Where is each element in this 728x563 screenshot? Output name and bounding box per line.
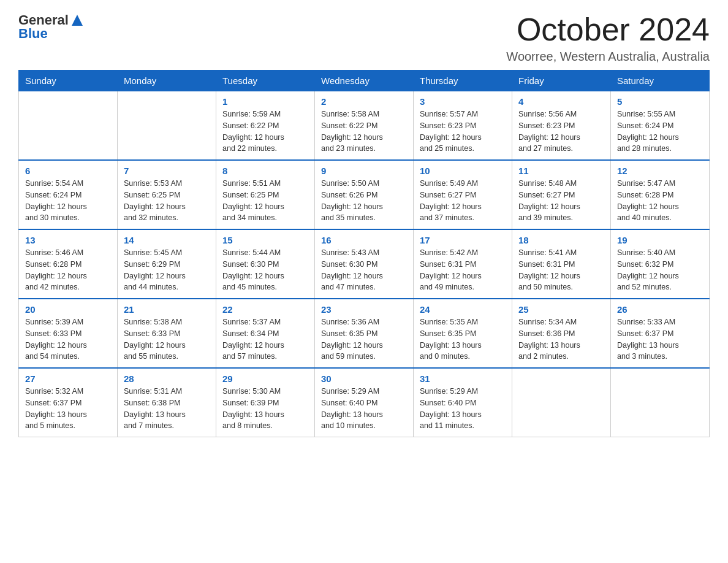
calendar-day-header: Tuesday	[216, 71, 315, 91]
day-number: 24	[420, 304, 506, 315]
day-number: 9	[321, 166, 407, 176]
day-info: Sunrise: 5:56 AMSunset: 6:23 PMDaylight:…	[518, 109, 604, 155]
day-number: 31	[420, 373, 506, 384]
day-info: Sunrise: 5:34 AMSunset: 6:36 PMDaylight:…	[518, 316, 604, 362]
calendar-week-row: 20Sunrise: 5:39 AMSunset: 6:33 PMDayligh…	[19, 299, 710, 368]
day-number: 16	[321, 235, 407, 245]
calendar-cell: 15Sunrise: 5:44 AMSunset: 6:30 PMDayligh…	[216, 229, 315, 299]
calendar-day-header: Thursday	[414, 71, 512, 91]
calendar-cell: 31Sunrise: 5:29 AMSunset: 6:40 PMDayligh…	[414, 368, 512, 437]
day-number: 4	[518, 96, 604, 107]
calendar-cell: 16Sunrise: 5:43 AMSunset: 6:30 PMDayligh…	[315, 229, 414, 299]
day-number: 3	[420, 96, 506, 107]
calendar-header-row: SundayMondayTuesdayWednesdayThursdayFrid…	[19, 71, 710, 91]
day-number: 6	[25, 166, 111, 176]
day-number: 28	[124, 373, 210, 384]
day-info: Sunrise: 5:42 AMSunset: 6:31 PMDaylight:…	[420, 247, 506, 293]
svg-marker-0	[72, 15, 83, 26]
day-number: 10	[420, 166, 506, 176]
day-info: Sunrise: 5:36 AMSunset: 6:35 PMDaylight:…	[321, 316, 407, 362]
calendar-cell: 2Sunrise: 5:58 AMSunset: 6:22 PMDaylight…	[315, 91, 414, 161]
calendar-cell: 3Sunrise: 5:57 AMSunset: 6:23 PMDaylight…	[414, 91, 512, 161]
day-number: 14	[124, 235, 210, 245]
calendar-day-header: Sunday	[19, 71, 118, 91]
calendar-cell: 24Sunrise: 5:35 AMSunset: 6:35 PMDayligh…	[414, 299, 512, 368]
calendar-week-row: 13Sunrise: 5:46 AMSunset: 6:28 PMDayligh…	[19, 229, 710, 299]
day-info: Sunrise: 5:54 AMSunset: 6:24 PMDaylight:…	[25, 178, 111, 224]
day-number: 21	[124, 304, 210, 315]
day-number: 19	[617, 235, 703, 245]
calendar-cell: 18Sunrise: 5:41 AMSunset: 6:31 PMDayligh…	[512, 229, 611, 299]
page-title: October 2024	[506, 12, 710, 47]
logo-blue-text: Blue	[18, 26, 48, 42]
day-number: 25	[518, 304, 604, 315]
day-number: 7	[124, 166, 210, 176]
day-number: 8	[222, 166, 308, 176]
calendar-cell: 28Sunrise: 5:31 AMSunset: 6:38 PMDayligh…	[118, 368, 216, 437]
day-info: Sunrise: 5:30 AMSunset: 6:39 PMDaylight:…	[222, 386, 308, 432]
day-info: Sunrise: 5:39 AMSunset: 6:33 PMDaylight:…	[25, 316, 111, 362]
calendar-cell: 12Sunrise: 5:47 AMSunset: 6:28 PMDayligh…	[611, 160, 710, 229]
day-info: Sunrise: 5:55 AMSunset: 6:24 PMDaylight:…	[617, 109, 703, 155]
calendar-cell: 10Sunrise: 5:49 AMSunset: 6:27 PMDayligh…	[414, 160, 512, 229]
day-number: 17	[420, 235, 506, 245]
day-number: 18	[518, 235, 604, 245]
logo-triangle-icon	[70, 13, 84, 27]
calendar-cell: 1Sunrise: 5:59 AMSunset: 6:22 PMDaylight…	[216, 91, 315, 161]
calendar-cell: 4Sunrise: 5:56 AMSunset: 6:23 PMDaylight…	[512, 91, 611, 161]
day-info: Sunrise: 5:35 AMSunset: 6:35 PMDaylight:…	[420, 316, 506, 362]
day-info: Sunrise: 5:31 AMSunset: 6:38 PMDaylight:…	[124, 386, 210, 432]
day-info: Sunrise: 5:40 AMSunset: 6:32 PMDaylight:…	[617, 247, 703, 293]
day-info: Sunrise: 5:43 AMSunset: 6:30 PMDaylight:…	[321, 247, 407, 293]
day-number: 1	[222, 96, 308, 107]
calendar-cell: 6Sunrise: 5:54 AMSunset: 6:24 PMDaylight…	[19, 160, 118, 229]
calendar-cell: 7Sunrise: 5:53 AMSunset: 6:25 PMDaylight…	[118, 160, 216, 229]
calendar-cell: 21Sunrise: 5:38 AMSunset: 6:33 PMDayligh…	[118, 299, 216, 368]
calendar-cell: 27Sunrise: 5:32 AMSunset: 6:37 PMDayligh…	[19, 368, 118, 437]
calendar-cell: 26Sunrise: 5:33 AMSunset: 6:37 PMDayligh…	[611, 299, 710, 368]
day-info: Sunrise: 5:59 AMSunset: 6:22 PMDaylight:…	[222, 109, 308, 155]
day-number: 20	[25, 304, 111, 315]
day-number: 30	[321, 373, 407, 384]
day-number: 26	[617, 304, 703, 315]
calendar-cell	[512, 368, 611, 437]
calendar-cell: 9Sunrise: 5:50 AMSunset: 6:26 PMDaylight…	[315, 160, 414, 229]
day-info: Sunrise: 5:33 AMSunset: 6:37 PMDaylight:…	[617, 316, 703, 362]
day-info: Sunrise: 5:57 AMSunset: 6:23 PMDaylight:…	[420, 109, 506, 155]
calendar-day-header: Saturday	[611, 71, 710, 91]
calendar-week-row: 1Sunrise: 5:59 AMSunset: 6:22 PMDaylight…	[19, 91, 710, 161]
day-info: Sunrise: 5:58 AMSunset: 6:22 PMDaylight:…	[321, 109, 407, 155]
day-number: 5	[617, 96, 703, 107]
calendar-cell	[611, 368, 710, 437]
day-number: 12	[617, 166, 703, 176]
day-info: Sunrise: 5:38 AMSunset: 6:33 PMDaylight:…	[124, 316, 210, 362]
day-info: Sunrise: 5:46 AMSunset: 6:28 PMDaylight:…	[25, 247, 111, 293]
calendar-table: SundayMondayTuesdayWednesdayThursdayFrid…	[18, 70, 710, 437]
logo: General Blue	[18, 12, 84, 42]
calendar-week-row: 27Sunrise: 5:32 AMSunset: 6:37 PMDayligh…	[19, 368, 710, 437]
day-info: Sunrise: 5:45 AMSunset: 6:29 PMDaylight:…	[124, 247, 210, 293]
day-number: 2	[321, 96, 407, 107]
calendar-cell: 30Sunrise: 5:29 AMSunset: 6:40 PMDayligh…	[315, 368, 414, 437]
day-info: Sunrise: 5:50 AMSunset: 6:26 PMDaylight:…	[321, 178, 407, 224]
day-info: Sunrise: 5:32 AMSunset: 6:37 PMDaylight:…	[25, 386, 111, 432]
calendar-week-row: 6Sunrise: 5:54 AMSunset: 6:24 PMDaylight…	[19, 160, 710, 229]
calendar-day-header: Friday	[512, 71, 611, 91]
day-number: 11	[518, 166, 604, 176]
day-number: 13	[25, 235, 111, 245]
day-info: Sunrise: 5:47 AMSunset: 6:28 PMDaylight:…	[617, 178, 703, 224]
day-info: Sunrise: 5:44 AMSunset: 6:30 PMDaylight:…	[222, 247, 308, 293]
calendar-cell: 20Sunrise: 5:39 AMSunset: 6:33 PMDayligh…	[19, 299, 118, 368]
day-info: Sunrise: 5:49 AMSunset: 6:27 PMDaylight:…	[420, 178, 506, 224]
calendar-day-header: Wednesday	[315, 71, 414, 91]
day-number: 22	[222, 304, 308, 315]
day-number: 27	[25, 373, 111, 384]
calendar-cell: 22Sunrise: 5:37 AMSunset: 6:34 PMDayligh…	[216, 299, 315, 368]
location-subtitle: Woorree, Western Australia, Australia	[506, 50, 710, 64]
calendar-cell: 11Sunrise: 5:48 AMSunset: 6:27 PMDayligh…	[512, 160, 611, 229]
calendar-cell	[118, 91, 216, 161]
day-info: Sunrise: 5:48 AMSunset: 6:27 PMDaylight:…	[518, 178, 604, 224]
calendar-cell: 17Sunrise: 5:42 AMSunset: 6:31 PMDayligh…	[414, 229, 512, 299]
day-info: Sunrise: 5:29 AMSunset: 6:40 PMDaylight:…	[420, 386, 506, 432]
calendar-day-header: Monday	[118, 71, 216, 91]
